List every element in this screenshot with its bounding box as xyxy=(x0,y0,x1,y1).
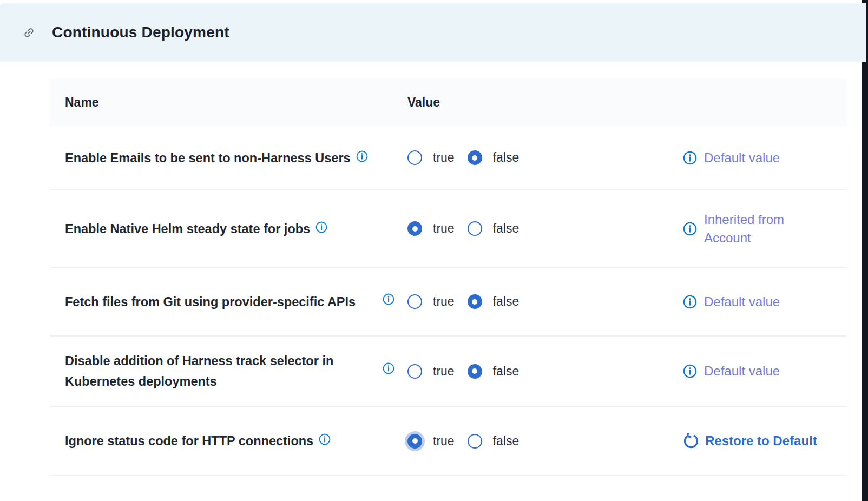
default-value-tag: Default value xyxy=(683,362,780,380)
radio-true-label: true xyxy=(433,364,455,379)
info-icon[interactable] xyxy=(315,221,327,233)
setting-row: Ignore status code for HTTP connections … xyxy=(50,407,847,476)
radio-true-label: true xyxy=(433,434,455,449)
radio-false[interactable]: false xyxy=(468,294,520,309)
radio-false-label: false xyxy=(493,150,520,165)
setting-name: Fetch files from Git using provider-spec… xyxy=(65,292,356,312)
radio-false-circle[interactable] xyxy=(468,221,482,236)
status-label: Default value xyxy=(704,293,780,311)
setting-name: Enable Emails to be sent to non-Harness … xyxy=(65,148,351,168)
radio-false-circle[interactable] xyxy=(468,434,482,449)
radio-false-label: false xyxy=(493,221,520,236)
restore-to-default-button[interactable]: Restore to Default xyxy=(683,433,817,449)
radio-true[interactable]: true xyxy=(407,150,455,165)
setting-row: Enable Emails to be sent to non-Harness … xyxy=(50,126,847,190)
info-icon[interactable] xyxy=(356,150,368,162)
radio-true[interactable]: true xyxy=(407,364,455,379)
radio-true-circle[interactable] xyxy=(407,150,422,165)
info-icon[interactable] xyxy=(683,295,697,309)
radio-true-circle[interactable] xyxy=(407,221,422,236)
radio-false-label: false xyxy=(493,364,520,379)
radio-true-label: true xyxy=(433,221,455,236)
setting-row: Enable Native Helm steady state for jobs… xyxy=(50,190,847,268)
info-icon[interactable] xyxy=(683,222,697,236)
column-header-name: Name xyxy=(50,95,382,110)
status-label: Default value xyxy=(704,149,780,167)
setting-row: Disable addition of Harness track select… xyxy=(50,337,847,407)
column-header-value: Value xyxy=(382,95,440,110)
info-icon[interactable] xyxy=(383,362,394,374)
info-icon[interactable] xyxy=(319,433,331,445)
radio-false[interactable]: false xyxy=(468,221,520,236)
radio-false-circle[interactable] xyxy=(468,150,482,165)
radio-false[interactable]: false xyxy=(468,150,520,165)
section-header: Continuous Deployment xyxy=(0,3,866,62)
radio-true-label: true xyxy=(433,150,455,165)
setting-name: Disable addition of Harness track select… xyxy=(65,351,368,392)
info-icon[interactable] xyxy=(683,364,697,378)
restore-icon xyxy=(683,433,699,449)
info-icon[interactable] xyxy=(383,293,394,305)
right-edge-panel xyxy=(862,0,868,501)
page-title: Continuous Deployment xyxy=(52,24,229,41)
default-value-tag: Default value xyxy=(683,149,780,167)
info-icon[interactable] xyxy=(683,151,697,165)
link-icon[interactable] xyxy=(23,27,35,39)
radio-true-circle[interactable] xyxy=(407,364,422,379)
radio-false-label: false xyxy=(493,294,520,309)
radio-false-circle[interactable] xyxy=(468,294,482,309)
settings-table: Name Value Enable Emails to be sent to n… xyxy=(50,78,847,476)
radio-true[interactable]: true xyxy=(407,434,455,449)
radio-true-circle[interactable] xyxy=(407,434,422,449)
restore-label: Restore to Default xyxy=(705,433,817,449)
table-header: Name Value xyxy=(50,78,847,126)
radio-false[interactable]: false xyxy=(468,364,520,379)
setting-row: Fetch files from Git using provider-spec… xyxy=(50,268,847,337)
radio-false[interactable]: false xyxy=(468,434,520,449)
status-label: Default value xyxy=(704,362,780,380)
radio-true-label: true xyxy=(433,294,455,309)
setting-name: Enable Native Helm steady state for jobs xyxy=(65,219,310,239)
setting-name: Ignore status code for HTTP connections xyxy=(65,431,313,451)
radio-true[interactable]: true xyxy=(407,294,455,309)
inherited-from-account-tag: Inherited from Account xyxy=(683,210,818,247)
radio-false-label: false xyxy=(493,434,520,449)
radio-false-circle[interactable] xyxy=(468,364,482,379)
status-label: Inherited from Account xyxy=(704,210,818,247)
default-value-tag: Default value xyxy=(683,293,780,311)
radio-true[interactable]: true xyxy=(407,221,455,236)
radio-true-circle[interactable] xyxy=(407,294,422,309)
